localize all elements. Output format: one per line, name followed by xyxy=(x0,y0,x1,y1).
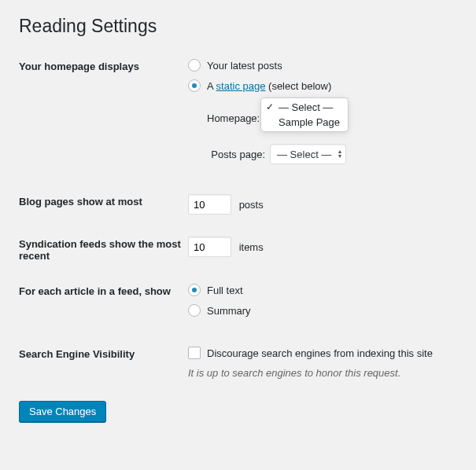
radio-icon xyxy=(188,59,201,72)
discourage-checkbox-row[interactable]: Discourage search engines from indexing … xyxy=(188,347,457,359)
radio-label: A static page (select below) xyxy=(207,80,331,92)
blog-pages-input[interactable] xyxy=(188,194,231,215)
posts-page-select[interactable]: — Select — ▲▼ xyxy=(270,144,346,164)
save-changes-button[interactable]: Save Changes xyxy=(19,401,106,422)
checkbox-label: Discourage search engines from indexing … xyxy=(207,347,433,359)
radio-latest-posts[interactable]: Your latest posts xyxy=(188,59,457,72)
search-visibility-label: Search Engine Visibility xyxy=(19,347,188,360)
blog-pages-unit: posts xyxy=(239,199,264,211)
homepage-select-row: Homepage: — Select — Sample Page xyxy=(207,100,457,136)
homepage-label: Your homepage displays xyxy=(19,59,188,72)
dropdown-item-sample[interactable]: Sample Page xyxy=(261,115,348,130)
radio-icon xyxy=(188,304,201,317)
search-visibility-description: It is up to search engines to honor this… xyxy=(188,367,457,379)
syndication-input[interactable] xyxy=(188,237,231,257)
radio-full-text[interactable]: Full text xyxy=(188,284,457,296)
dropdown-item-select[interactable]: — Select — xyxy=(261,100,348,115)
feed-article-row: For each article in a feed, show Full te… xyxy=(19,284,457,325)
homepage-row: Your homepage displays Your latest posts… xyxy=(19,59,457,172)
posts-page-select-row: Posts page: — Select — ▲▼ xyxy=(207,144,457,164)
page-title: Reading Settings xyxy=(19,16,457,37)
radio-label: Summary xyxy=(207,305,251,317)
radio-static-page[interactable]: A static page (select below) xyxy=(188,79,457,92)
blog-pages-label: Blog pages show at most xyxy=(19,194,188,207)
radio-label: Your latest posts xyxy=(207,60,282,72)
blog-pages-row: Blog pages show at most posts xyxy=(19,194,457,215)
posts-page-select-label: Posts page: xyxy=(207,149,270,160)
radio-summary[interactable]: Summary xyxy=(188,304,457,317)
search-visibility-row: Search Engine Visibility Discourage sear… xyxy=(19,347,457,379)
radio-icon xyxy=(188,284,201,296)
radio-icon xyxy=(188,79,201,92)
feed-article-label: For each article in a feed, show xyxy=(19,284,188,297)
chevron-updown-icon: ▲▼ xyxy=(337,149,342,159)
homepage-select-label: Homepage: xyxy=(207,112,264,124)
syndication-label: Syndication feeds show the most recent xyxy=(19,237,188,262)
syndication-row: Syndication feeds show the most recent i… xyxy=(19,237,457,262)
syndication-unit: items xyxy=(239,241,264,253)
static-page-link[interactable]: static page xyxy=(216,80,266,92)
homepage-dropdown-menu: — Select — Sample Page xyxy=(260,97,349,132)
radio-label: Full text xyxy=(207,285,243,296)
checkbox-icon xyxy=(188,347,201,359)
